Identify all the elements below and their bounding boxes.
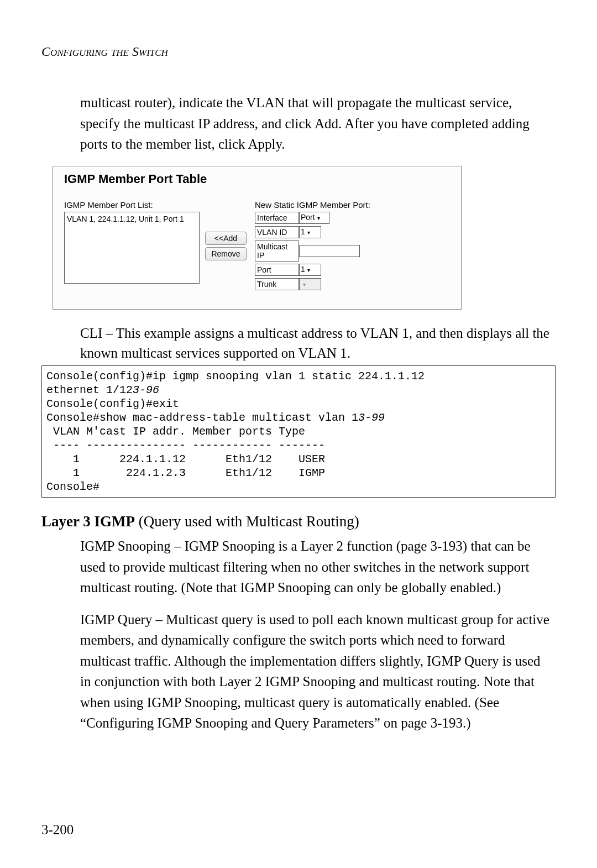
new-member-label: New Static IGMP Member Port: [255,200,450,210]
multicast-ip-label: Multicast IP [255,240,299,262]
igmp-query-paragraph: IGMP Query – Multicast query is used to … [80,609,550,734]
code-line: 1 224.1.2.3 Eth1/12 IGMP [46,467,325,479]
code-ref: 3-96 [133,384,159,396]
vlan-id-select[interactable]: 1 [299,226,321,238]
igmp-panel: IGMP Member Port Table IGMP Member Port … [53,166,462,310]
remove-button[interactable]: Remove [205,247,247,260]
port-select[interactable]: 1 [299,264,321,276]
code-line: ---- --------------- ------------ ------… [46,439,325,452]
code-line: VLAN M'cast IP addr. Member ports Type [46,425,305,438]
vlan-id-label: VLAN ID [255,226,299,238]
intro-paragraph: multicast router), indicate the VLAN tha… [80,92,550,155]
port-label: Port [255,264,299,276]
trunk-label: Trunk [255,278,299,290]
port-list-label: IGMP Member Port List: [64,200,202,210]
list-item[interactable]: VLAN 1, 224.1.1.12, Unit 1, Port 1 [67,215,197,223]
page-number: 3-200 [41,822,74,838]
igmp-snooping-paragraph: IGMP Snooping – IGMP Snooping is a Layer… [80,536,550,598]
code-line: Console(config)#exit [46,398,179,410]
code-line: ethernet 1/12 [46,384,133,396]
panel-title: IGMP Member Port Table [64,172,450,186]
code-line: Console(config)#ip igmp snooping vlan 1 … [46,370,431,383]
trunk-select [299,278,321,290]
section-heading: Layer 3 IGMP (Query used with Multicast … [41,513,556,530]
cli-code-block: Console(config)#ip igmp snooping vlan 1 … [41,365,556,498]
code-line: 1 224.1.1.12 Eth1/12 USER [46,453,325,466]
page-header: Configuring the Switch [41,44,556,59]
multicast-ip-input[interactable] [299,245,360,257]
add-button[interactable]: <<Add [205,232,247,245]
cli-paragraph: CLI – This example assigns a multicast a… [80,323,550,364]
code-line: Console# [46,480,100,493]
section-title-rest: (Query used with Multicast Routing) [135,513,359,530]
code-ref: 3-99 [358,411,385,424]
interface-label: Interface [255,212,299,224]
port-listbox[interactable]: VLAN 1, 224.1.1.12, Unit 1, Port 1 [64,212,200,284]
interface-select[interactable]: Port [299,212,329,224]
section-title-bold: Layer 3 IGMP [41,513,135,530]
code-line: Console#show mac-address-table multicast… [46,411,358,424]
